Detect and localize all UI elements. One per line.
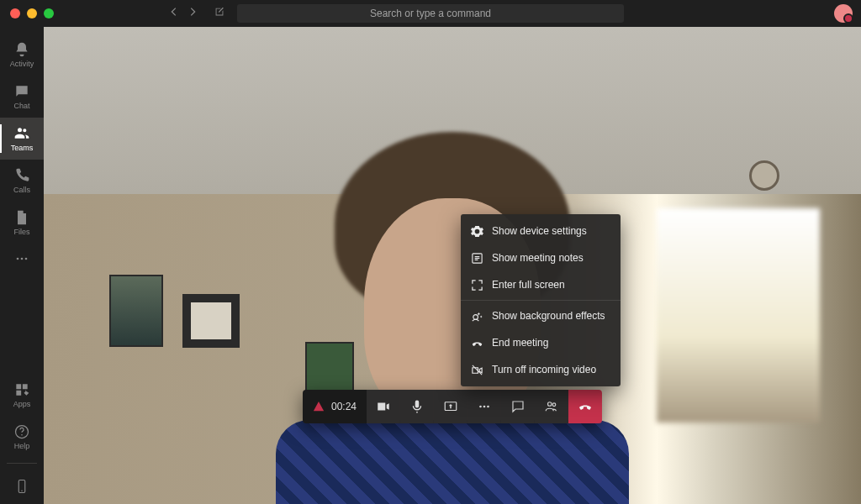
rail-label: Help [14,442,30,450]
app-rail: Activity Chat Teams Calls Files Apps [0,27,44,504]
svg-point-11 [548,402,552,407]
svg-point-2 [25,258,28,260]
svg-point-0 [17,258,19,260]
show-participants-button[interactable] [535,390,568,423]
call-stage: 00:24 [44,27,861,504]
rail-item-teams[interactable]: Teams [0,118,44,160]
wall-clock [749,160,779,191]
menu-label: Turn off incoming video [492,364,596,375]
rail-item-chat[interactable]: Chat [0,76,44,118]
more-actions-menu: Show device settings Show meeting notes … [461,214,621,386]
toggle-mic-button[interactable] [400,390,434,423]
app-window: Search or type a command Activity Chat T… [0,0,861,504]
recording-warning-icon [313,401,325,412]
wall-frame [182,294,240,348]
window-controls [10,8,54,18]
background-effects-icon [471,310,483,323]
menu-item-end-meeting[interactable]: End meeting [461,329,621,356]
menu-label: Show device settings [492,225,587,237]
ellipsis-icon [477,399,492,414]
share-screen-button[interactable] [434,390,467,423]
rail-item-activity[interactable]: Activity [0,34,44,76]
gear-icon [471,225,483,238]
show-conversation-button[interactable] [501,390,535,423]
menu-label: End meeting [492,337,548,349]
rail-item-apps[interactable]: Apps [0,374,44,416]
menu-label: Show background effects [492,310,605,322]
call-timer-segment: 00:24 [303,390,367,423]
minimize-window-button[interactable] [27,8,37,18]
hang-up-icon [578,399,593,414]
video-off-icon [471,364,483,376]
wall-frame [305,342,354,394]
notes-icon [471,252,483,265]
more-actions-button[interactable] [467,390,501,423]
menu-separator [461,300,621,301]
search-placeholder: Search or type a command [370,8,491,19]
chat-icon [510,399,526,414]
svg-point-12 [552,403,556,407]
rail-item-help[interactable]: Help [0,416,44,458]
rail-item-calls[interactable]: Calls [0,160,44,202]
menu-item-background-effects[interactable]: Show background effects [461,302,621,329]
menu-label: Enter full screen [492,279,565,291]
self-video-feed [44,27,861,504]
share-icon [443,399,458,414]
toggle-camera-button[interactable] [367,390,400,423]
menu-item-device-settings[interactable]: Show device settings [461,218,621,244]
svg-point-4 [21,434,23,436]
mic-icon [409,399,425,414]
call-timer: 00:24 [331,401,357,412]
svg-point-8 [479,406,482,408]
compose-icon[interactable] [214,6,225,21]
video-icon [376,399,391,414]
nav-back-button[interactable] [168,6,180,21]
search-input[interactable]: Search or type a command [237,4,624,23]
rail-item-mobile[interactable] [0,469,44,504]
menu-item-full-screen[interactable]: Enter full screen [461,271,621,298]
svg-point-1 [21,258,24,260]
rail-label: Activity [10,60,34,68]
menu-item-meeting-notes[interactable]: Show meeting notes [461,244,621,271]
rail-separator [7,463,37,464]
hang-up-button[interactable] [568,390,602,423]
svg-point-10 [487,406,489,408]
titlebar: Search or type a command [0,0,861,27]
end-call-icon [471,337,483,349]
close-window-button[interactable] [10,8,20,18]
menu-label: Show meeting notes [492,252,584,264]
svg-point-6 [21,491,23,492]
rail-label: Chat [13,102,29,110]
rail-item-files[interactable]: Files [0,202,44,244]
rail-label: Files [13,228,29,236]
svg-point-9 [483,406,486,408]
profile-avatar[interactable] [834,4,853,23]
rail-label: Apps [13,400,31,408]
people-icon [544,399,559,414]
fullscreen-icon [471,279,483,291]
svg-point-14 [473,314,478,319]
rail-label: Calls [13,186,30,194]
wall-frame [109,275,163,347]
nav-forward-button[interactable] [187,6,198,21]
history-nav [168,6,225,21]
maximize-window-button[interactable] [44,8,54,18]
menu-item-turn-off-incoming[interactable]: Turn off incoming video [461,356,621,383]
rail-item-more[interactable] [0,244,44,274]
call-control-bar: 00:24 [303,390,602,423]
rail-label: Teams [11,144,34,152]
ellipsis-icon [13,250,30,267]
